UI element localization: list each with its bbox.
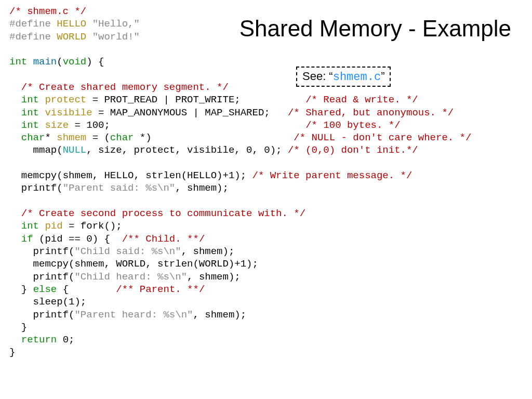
code-line: /* Create shared memory segment. */ xyxy=(21,82,229,93)
code-token: pid xyxy=(45,220,62,232)
code-token: if xyxy=(21,233,33,245)
code-line: /* Create second process to communicate … xyxy=(21,208,305,219)
code-token: printf( xyxy=(33,309,75,321)
code-token: /** Parent. **/ xyxy=(116,284,205,295)
code-token: , shmem); xyxy=(187,271,241,283)
code-token: "Child said: %s\n" xyxy=(74,246,181,257)
code-token: visibile xyxy=(45,107,92,118)
code-token: "Hello," xyxy=(92,18,140,30)
code-token: int xyxy=(9,56,27,68)
code-token: char xyxy=(110,132,134,143)
code-token: /* Write parent message. */ xyxy=(252,170,413,181)
code-token: ) { xyxy=(86,56,104,68)
code-token: = fork(); xyxy=(63,220,122,232)
code-token: main xyxy=(33,56,57,68)
code-token: = MAP_ANONYMOUS | MAP_SHARED; xyxy=(92,107,270,118)
code-token: } xyxy=(9,347,15,358)
code-token: /* Shared, but anonymous. */ xyxy=(288,107,454,118)
code-token: /* Read & write. */ xyxy=(305,94,418,105)
code-token: "Parent heard: %s\n" xyxy=(74,309,193,321)
code-token: "Parent said: %s\n" xyxy=(63,182,176,194)
code-token: WORLD xyxy=(57,31,86,43)
code-token: int xyxy=(21,107,39,118)
code-token: void xyxy=(63,56,87,68)
code-token: = 100; xyxy=(69,119,110,131)
code-token: int xyxy=(21,94,39,105)
code-token: } xyxy=(21,322,27,333)
code-token: , size, protect, visibile, 0, 0); xyxy=(86,144,288,156)
code-token: *) xyxy=(134,132,151,143)
code-token: , shmem); xyxy=(175,182,229,194)
code-token: (pid == 0) { xyxy=(33,233,122,245)
code-token: ( xyxy=(57,56,62,68)
code-token: #define xyxy=(9,18,51,30)
code-token: /** Child. **/ xyxy=(122,233,205,245)
code-token: * xyxy=(45,132,50,143)
code-token: int xyxy=(21,119,39,131)
code-token: /* 100 bytes. */ xyxy=(305,119,400,131)
code-token: { xyxy=(57,284,116,295)
code-token: printf( xyxy=(33,271,75,283)
code-token: memcpy(shmem, WORLD, strlen(WORLD)+1); xyxy=(33,258,258,270)
code-token: else xyxy=(33,284,57,295)
code-token: , shmem); xyxy=(193,309,246,321)
code-token: int xyxy=(21,220,39,232)
code-token: /* NULL - don't care where. */ xyxy=(294,132,471,143)
code-token: memcpy(shmem, HELLO, strlen(HELLO)+1); xyxy=(21,170,252,181)
code-line: /* shmem.c */ xyxy=(9,6,86,17)
code-token: sleep(1); xyxy=(33,296,87,308)
code-token: #define xyxy=(9,31,51,43)
code-token: = ( xyxy=(86,132,110,143)
code-token: } xyxy=(21,284,33,295)
code-token: protect xyxy=(45,94,86,105)
code-token: mmap( xyxy=(33,144,63,156)
code-token: = PROT_READ | PROT_WRITE; xyxy=(86,94,240,105)
code-token: "world!" xyxy=(92,31,140,43)
code-token: /* (0,0) don't init.*/ xyxy=(288,144,418,156)
code-token: printf( xyxy=(21,182,63,194)
code-token: char xyxy=(21,132,45,143)
code-token: printf( xyxy=(33,246,75,257)
code-token: NULL xyxy=(63,144,87,156)
code-token: HELLO xyxy=(57,18,86,30)
code-token: shmem xyxy=(57,132,86,143)
code-token: size xyxy=(45,119,69,131)
code-token: "Child heard: %s\n" xyxy=(74,271,187,283)
code-block: /* shmem.c */ #define HELLO "Hello," #de… xyxy=(9,5,471,359)
code-token: , shmem); xyxy=(181,246,235,257)
code-token: 0; xyxy=(57,334,74,345)
code-token: return xyxy=(21,334,57,345)
